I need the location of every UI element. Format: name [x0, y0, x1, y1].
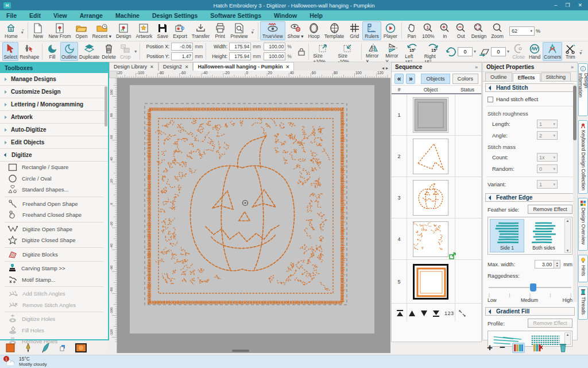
player-button[interactable]: Player: [381, 21, 400, 40]
template-button[interactable]: Template: [322, 21, 347, 40]
rotate-angle-input[interactable]: [458, 47, 473, 56]
sequence-tab-objects[interactable]: Objects: [421, 74, 450, 84]
properties-tab-stitching[interactable]: Stitching: [541, 72, 571, 81]
save-button[interactable]: Save: [154, 21, 171, 40]
feather-edge-section-header[interactable]: Feather Edge: [485, 193, 575, 202]
zoom-level-input[interactable]: 62▾: [509, 26, 535, 36]
tool-digitize-holes[interactable]: Digitize Holes: [0, 313, 108, 325]
sequence-tab-colors[interactable]: Colors: [452, 74, 478, 84]
count-select[interactable]: 1x▾: [537, 153, 558, 162]
remove-unused-colors-button[interactable]: [557, 343, 570, 353]
hoop-button[interactable]: Hoop: [305, 21, 322, 40]
weather-widget[interactable]: 15°C Mostly cloudy: [0, 356, 86, 367]
menu-design-settings[interactable]: Design Settings: [146, 11, 204, 20]
tab-hints[interactable]: Hints: [578, 255, 588, 282]
sequence-row-4[interactable]: 4: [392, 218, 481, 260]
tab-design-overview[interactable]: Design Overview: [578, 198, 588, 251]
feather-remove-effect-button[interactable]: Remove Effect: [528, 205, 572, 214]
toolbox-customize-design[interactable]: Customize Design: [0, 86, 108, 98]
tool-standard-shapes[interactable]: Standard Shapes...: [0, 184, 108, 195]
doc-tab-halloween-pumpkin[interactable]: Halloween-wall hanging - Pumpkin ✕: [193, 62, 294, 71]
scale-x-input[interactable]: 100.00: [264, 43, 285, 51]
home-overflow-chevron[interactable]: ⌄▾: [20, 28, 26, 34]
menu-window[interactable]: Window: [268, 11, 303, 20]
tool-remove-stitch-angles[interactable]: Remove Stitch Angles: [0, 300, 108, 311]
sequence-next-button[interactable]: »: [406, 74, 415, 84]
canvas-horizontal-scrollbar[interactable]: [232, 350, 249, 352]
doc-tab-design-library[interactable]: Design Library ✕: [109, 62, 158, 71]
design-canvas[interactable]: [117, 78, 390, 353]
variant-select[interactable]: 1▾: [537, 180, 558, 189]
outline-button[interactable]: Outline: [60, 42, 78, 61]
pan-button[interactable]: Pan: [404, 21, 420, 40]
properties-collapse-icon[interactable]: »: [571, 64, 574, 70]
properties-tab-effects[interactable]: Effects: [513, 73, 540, 82]
tab-scroll-left-icon[interactable]: ◂: [382, 66, 384, 71]
artwork-open-button[interactable]: Artwork: [133, 21, 154, 40]
edit-overflow-chevron[interactable]: ▾: [133, 50, 138, 53]
minimize-button[interactable]: –: [554, 2, 557, 8]
export-button[interactable]: Export: [171, 21, 189, 40]
trueview-button[interactable]: TrueView: [260, 21, 285, 40]
tab-keyboard-design-collection[interactable]: Keyboard Design Collection: [578, 120, 588, 194]
skew-caret[interactable]: ▾: [506, 50, 510, 53]
recent-button[interactable]: Recent ▾: [90, 21, 114, 40]
tool-circle-oval[interactable]: Circle / Oval: [0, 173, 108, 185]
toolbox-manage-designs[interactable]: Manage Designs: [0, 73, 108, 86]
skew-icon[interactable]: [478, 47, 490, 57]
file-overflow-chevron[interactable]: ⌄▾: [250, 28, 256, 34]
show-button[interactable]: Show ▾: [285, 21, 306, 40]
toolboxes-scrollbar[interactable]: [105, 86, 107, 126]
home-button[interactable]: Home: [2, 21, 20, 40]
position-y-input[interactable]: 1.47: [171, 52, 193, 60]
length-select[interactable]: 1▾: [537, 120, 558, 128]
sequence-row-3[interactable]: 3: [392, 177, 481, 218]
menu-edit[interactable]: Edit: [23, 11, 47, 20]
rotate-icon[interactable]: [445, 46, 457, 57]
resequence-by-select-icon[interactable]: [459, 310, 466, 317]
open-button[interactable]: Open: [74, 21, 90, 40]
rotate-caret[interactable]: ▾: [473, 50, 477, 53]
doc-tab-design2[interactable]: Design2 ✕: [158, 62, 194, 71]
tool-digitize-open-shape[interactable]: Digitize Open Shape: [0, 224, 108, 235]
add-color-button[interactable]: +: [487, 343, 493, 352]
move-down-icon[interactable]: [420, 310, 428, 317]
rotate-left-15-button[interactable]: 15° Left 15°: [403, 42, 421, 61]
properties-scrollbar[interactable]: [573, 83, 577, 302]
slider-knob[interactable]: [530, 283, 536, 292]
sequence-row-2[interactable]: 2: [392, 136, 481, 177]
hand-stitch-effect-checkbox[interactable]: [488, 97, 493, 102]
zoom-out-button[interactable]: Out: [453, 21, 469, 40]
mirror-x-button[interactable]: Mirror X: [363, 42, 383, 61]
corners-button[interactable]: Corners: [543, 42, 562, 61]
raggedness-slider[interactable]: [489, 283, 571, 292]
framed-artwork-icon[interactable]: [75, 343, 87, 353]
zoom-tool-button[interactable]: Zoom: [489, 21, 506, 40]
rulers-button[interactable]: Rulers: [362, 21, 381, 40]
hand-stitch-button[interactable]: Hand: [527, 42, 543, 61]
thread-palette-edit-button[interactable]: [532, 343, 544, 353]
toolbox-edit-objects[interactable]: Edit Objects: [0, 136, 108, 149]
tool-fill-holes[interactable]: Fill Holes: [0, 325, 108, 336]
random-select[interactable]: 0▾: [537, 164, 558, 173]
tab-threads[interactable]: Threads: [578, 286, 588, 320]
spinner-arrows[interactable]: ▲▼: [554, 260, 560, 269]
properties-tab-outline[interactable]: Outline: [485, 72, 512, 81]
feather-both-sides-swatch[interactable]: Both sides: [527, 219, 561, 252]
duplicate-button[interactable]: Duplicate: [78, 42, 100, 61]
sequence-row-5[interactable]: 5: [392, 260, 481, 304]
select-button[interactable]: Select: [2, 42, 18, 61]
new-button[interactable]: New: [30, 21, 46, 40]
hand-stitch-section-header[interactable]: Hand Stitch: [485, 83, 575, 92]
swatch-scrollbar[interactable]: ▲▼: [564, 218, 571, 253]
design-open-button[interactable]: Design: [114, 21, 133, 40]
new-from-button[interactable]: New From: [46, 21, 73, 40]
tool-freehand-closed-shape[interactable]: Freehand Closed Shape: [0, 209, 108, 221]
fill-button[interactable]: Fill: [44, 42, 60, 61]
color-swatch-icon[interactable]: [6, 343, 15, 352]
toolbar2-overflow-chevron[interactable]: ⌄▾: [578, 48, 585, 55]
quill-pen-icon[interactable]: [41, 343, 51, 353]
mirror-y-button[interactable]: Mirror Y: [383, 42, 403, 61]
skew-angle-input[interactable]: [491, 47, 506, 56]
close-button[interactable]: ✕: [578, 2, 582, 8]
